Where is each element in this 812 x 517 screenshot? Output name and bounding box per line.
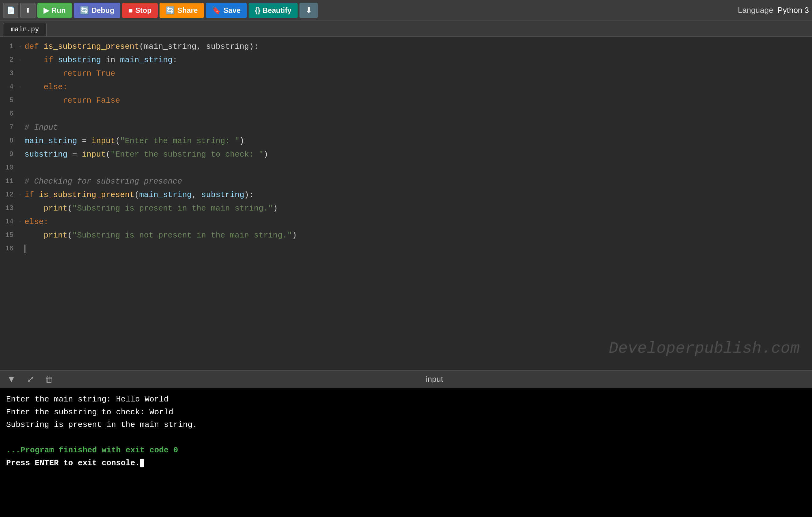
beautify-button[interactable]: {} Beautify — [249, 3, 298, 18]
stop-button[interactable]: ■ Stop — [122, 3, 158, 18]
download-button[interactable]: ⬇ — [299, 3, 318, 18]
code-line: 9 substring = input("Enter the substring… — [0, 148, 812, 161]
debug-button[interactable]: 🔄 Debug — [74, 3, 121, 18]
code-line: 5 return False — [0, 94, 812, 107]
share-icon: 🔄 — [166, 6, 175, 15]
console-program-done: ...Program finished with exit code 0 — [6, 444, 806, 457]
beautify-label: {} Beautify — [255, 6, 291, 15]
save-icon: 🔖 — [212, 6, 221, 15]
code-line: 6 — [0, 107, 812, 121]
console-title: input — [62, 375, 807, 384]
run-icon: ▶ — [44, 6, 49, 15]
code-line: 4 · else: — [0, 80, 812, 94]
code-line: 14 · else: — [0, 215, 812, 228]
code-line: 11 # Checking for substring presence — [0, 175, 812, 188]
console-header: ▼ ⤢ 🗑 input — [0, 371, 812, 388]
code-line: 3 return True — [0, 67, 812, 80]
code-line: 7 # Input — [0, 121, 812, 134]
code-line: 16 — [0, 242, 812, 255]
share-label: Share — [177, 6, 198, 15]
language-label: Language — [738, 5, 774, 15]
editor: 1 · def is_substring_present(main_string… — [0, 37, 812, 370]
share-button[interactable]: 🔄 Share — [160, 3, 204, 18]
cursor-block — [140, 459, 144, 467]
code-line: 13 print("Substring is present in the ma… — [0, 202, 812, 215]
console-panel: ▼ ⤢ 🗑 input Enter the main string: Hello… — [0, 370, 812, 517]
tabbar: main.py — [0, 21, 812, 37]
run-label: Run — [52, 6, 66, 15]
toolbar: 📄 ⬆ ▶ Run 🔄 Debug ■ Stop 🔄 Share 🔖 Save … — [0, 0, 812, 21]
tab-label: main.py — [11, 26, 39, 33]
file-icon-button[interactable]: 📄 — [3, 3, 18, 18]
code-line: 10 — [0, 161, 812, 175]
code-line: 12 · if is_substring_present(main_string… — [0, 188, 812, 202]
console-clear-button[interactable]: 🗑 — [43, 373, 56, 386]
console-line: Enter the substring to check: World — [6, 406, 806, 419]
upload-icon-button[interactable]: ⬆ — [20, 3, 35, 18]
console-output[interactable]: Enter the main string: Hello World Enter… — [0, 388, 812, 517]
debug-icon: 🔄 — [80, 6, 89, 15]
console-collapse-button[interactable]: ▼ — [5, 373, 18, 386]
code-line: 2 · if substring in main_string: — [0, 53, 812, 67]
language-value: Python 3 — [777, 5, 809, 15]
console-expand-button[interactable]: ⤢ — [24, 373, 37, 386]
stop-icon: ■ — [128, 6, 133, 15]
code-line: 15 print("Substring is not present in th… — [0, 228, 812, 242]
console-line: Enter the main string: Hello World — [6, 393, 806, 406]
console-line — [6, 432, 806, 444]
tab-main-py[interactable]: main.py — [3, 23, 47, 36]
download-icon: ⬇ — [306, 6, 312, 15]
code-editor[interactable]: 1 · def is_substring_present(main_string… — [0, 37, 812, 370]
debug-label: Debug — [91, 6, 115, 15]
save-button[interactable]: 🔖 Save — [206, 3, 247, 18]
run-button[interactable]: ▶ Run — [37, 3, 72, 18]
code-line: 8 main_string = input("Enter the main st… — [0, 134, 812, 148]
code-line: 1 · def is_substring_present(main_string… — [0, 40, 812, 53]
stop-label: Stop — [135, 6, 151, 15]
save-label: Save — [224, 6, 241, 15]
console-press-enter: Press ENTER to exit console. — [6, 457, 806, 470]
console-line: Substring is present in the main string. — [6, 418, 806, 432]
